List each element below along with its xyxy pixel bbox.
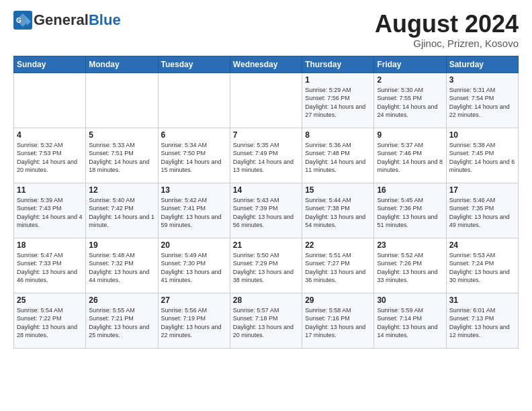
day-number: 13 <box>161 185 227 195</box>
day-number: 29 <box>305 295 371 305</box>
table-row: 24Sunrise: 5:53 AMSunset: 7:24 PMDayligh… <box>446 238 518 293</box>
day-info: Sunrise: 5:42 AMSunset: 7:41 PMDaylight:… <box>161 196 227 230</box>
table-row: 29Sunrise: 5:58 AMSunset: 7:16 PMDayligh… <box>302 293 374 348</box>
day-number: 20 <box>161 240 227 250</box>
day-info: Sunrise: 5:51 AMSunset: 7:27 PMDaylight:… <box>305 251 371 285</box>
day-info: Sunrise: 5:43 AMSunset: 7:39 PMDaylight:… <box>233 196 299 230</box>
day-number: 18 <box>17 240 83 250</box>
table-row: 12Sunrise: 5:40 AMSunset: 7:42 PMDayligh… <box>86 183 158 238</box>
day-number: 3 <box>449 75 515 85</box>
day-of-week-header: Tuesday <box>158 56 230 73</box>
day-info: Sunrise: 5:29 AMSunset: 7:56 PMDaylight:… <box>305 86 371 120</box>
day-info: Sunrise: 5:32 AMSunset: 7:53 PMDaylight:… <box>17 141 83 175</box>
day-number: 25 <box>17 295 83 305</box>
day-info: Sunrise: 5:33 AMSunset: 7:51 PMDaylight:… <box>89 141 154 175</box>
day-info: Sunrise: 5:46 AMSunset: 7:35 PMDaylight:… <box>449 196 515 230</box>
day-info: Sunrise: 5:53 AMSunset: 7:24 PMDaylight:… <box>449 251 515 285</box>
day-of-week-header: Sunday <box>14 56 86 73</box>
table-row: 7Sunrise: 5:35 AMSunset: 7:49 PMDaylight… <box>230 128 302 183</box>
table-row: 10Sunrise: 5:38 AMSunset: 7:45 PMDayligh… <box>446 128 518 183</box>
logo-general-text: General <box>34 11 89 28</box>
day-info: Sunrise: 5:55 AMSunset: 7:21 PMDaylight:… <box>89 306 154 340</box>
day-info: Sunrise: 5:59 AMSunset: 7:14 PMDaylight:… <box>377 306 443 340</box>
day-number: 28 <box>233 295 299 305</box>
header: G GeneralBlue August 2024 Gjinoc, Prizre… <box>13 11 519 49</box>
table-row: 25Sunrise: 5:54 AMSunset: 7:22 PMDayligh… <box>14 293 86 348</box>
calendar-table: SundayMondayTuesdayWednesdayThursdayFrid… <box>13 56 519 349</box>
table-row: 6Sunrise: 5:34 AMSunset: 7:50 PMDaylight… <box>158 128 230 183</box>
day-number: 11 <box>17 185 83 195</box>
day-number: 4 <box>17 130 83 140</box>
title-area: August 2024 Gjinoc, Prizren, Kosovo <box>375 11 519 49</box>
day-info: Sunrise: 5:34 AMSunset: 7:50 PMDaylight:… <box>161 141 227 175</box>
table-row: 21Sunrise: 5:50 AMSunset: 7:29 PMDayligh… <box>230 238 302 293</box>
table-row <box>14 73 86 128</box>
day-of-week-header: Thursday <box>302 56 374 73</box>
month-year: August 2024 <box>375 11 519 38</box>
day-info: Sunrise: 5:40 AMSunset: 7:42 PMDaylight:… <box>89 196 154 230</box>
table-row: 31Sunrise: 6:01 AMSunset: 7:13 PMDayligh… <box>446 293 518 348</box>
table-row: 26Sunrise: 5:55 AMSunset: 7:21 PMDayligh… <box>86 293 158 348</box>
day-info: Sunrise: 5:31 AMSunset: 7:54 PMDaylight:… <box>449 86 515 120</box>
day-info: Sunrise: 5:57 AMSunset: 7:18 PMDaylight:… <box>233 306 299 340</box>
day-number: 26 <box>89 295 154 305</box>
table-row: 15Sunrise: 5:44 AMSunset: 7:38 PMDayligh… <box>302 183 374 238</box>
table-row: 4Sunrise: 5:32 AMSunset: 7:53 PMDaylight… <box>14 128 86 183</box>
table-row: 13Sunrise: 5:42 AMSunset: 7:41 PMDayligh… <box>158 183 230 238</box>
table-row: 2Sunrise: 5:30 AMSunset: 7:55 PMDaylight… <box>374 73 446 128</box>
day-number: 6 <box>161 130 227 140</box>
logo: G GeneralBlue <box>13 11 121 30</box>
day-number: 7 <box>233 130 299 140</box>
day-number: 14 <box>233 185 299 195</box>
day-info: Sunrise: 5:35 AMSunset: 7:49 PMDaylight:… <box>233 141 299 175</box>
logo-blue-text: Blue <box>89 11 121 28</box>
table-row: 27Sunrise: 5:56 AMSunset: 7:19 PMDayligh… <box>158 293 230 348</box>
table-row: 23Sunrise: 5:52 AMSunset: 7:26 PMDayligh… <box>374 238 446 293</box>
day-number: 30 <box>377 295 443 305</box>
day-number: 24 <box>449 240 515 250</box>
table-row: 16Sunrise: 5:45 AMSunset: 7:36 PMDayligh… <box>374 183 446 238</box>
table-row: 17Sunrise: 5:46 AMSunset: 7:35 PMDayligh… <box>446 183 518 238</box>
table-row: 18Sunrise: 5:47 AMSunset: 7:33 PMDayligh… <box>14 238 86 293</box>
day-of-week-header: Wednesday <box>230 56 302 73</box>
table-row: 30Sunrise: 5:59 AMSunset: 7:14 PMDayligh… <box>374 293 446 348</box>
table-row <box>86 73 158 128</box>
table-row: 28Sunrise: 5:57 AMSunset: 7:18 PMDayligh… <box>230 293 302 348</box>
day-number: 22 <box>305 240 371 250</box>
day-number: 31 <box>449 295 515 305</box>
day-number: 5 <box>89 130 154 140</box>
day-number: 27 <box>161 295 227 305</box>
svg-text:G: G <box>16 17 21 24</box>
day-number: 10 <box>449 130 515 140</box>
day-info: Sunrise: 5:39 AMSunset: 7:43 PMDaylight:… <box>17 196 83 230</box>
day-number: 16 <box>377 185 443 195</box>
day-of-week-header: Saturday <box>446 56 518 73</box>
day-of-week-header: Friday <box>374 56 446 73</box>
table-row: 11Sunrise: 5:39 AMSunset: 7:43 PMDayligh… <box>14 183 86 238</box>
table-row <box>230 73 302 128</box>
table-row: 20Sunrise: 5:49 AMSunset: 7:30 PMDayligh… <box>158 238 230 293</box>
logo-icon: G <box>13 11 32 30</box>
day-info: Sunrise: 5:45 AMSunset: 7:36 PMDaylight:… <box>377 196 443 230</box>
day-info: Sunrise: 5:50 AMSunset: 7:29 PMDaylight:… <box>233 251 299 285</box>
table-row: 22Sunrise: 5:51 AMSunset: 7:27 PMDayligh… <box>302 238 374 293</box>
table-row: 8Sunrise: 5:36 AMSunset: 7:48 PMDaylight… <box>302 128 374 183</box>
day-info: Sunrise: 5:47 AMSunset: 7:33 PMDaylight:… <box>17 251 83 285</box>
table-row: 5Sunrise: 5:33 AMSunset: 7:51 PMDaylight… <box>86 128 158 183</box>
day-info: Sunrise: 5:38 AMSunset: 7:45 PMDaylight:… <box>449 141 515 175</box>
table-row: 1Sunrise: 5:29 AMSunset: 7:56 PMDaylight… <box>302 73 374 128</box>
day-info: Sunrise: 5:48 AMSunset: 7:32 PMDaylight:… <box>89 251 154 285</box>
day-info: Sunrise: 5:56 AMSunset: 7:19 PMDaylight:… <box>161 306 227 340</box>
table-row: 9Sunrise: 5:37 AMSunset: 7:46 PMDaylight… <box>374 128 446 183</box>
table-row <box>158 73 230 128</box>
day-number: 8 <box>305 130 371 140</box>
day-info: Sunrise: 5:30 AMSunset: 7:55 PMDaylight:… <box>377 86 443 120</box>
day-number: 19 <box>89 240 154 250</box>
day-of-week-header: Monday <box>86 56 158 73</box>
location: Gjinoc, Prizren, Kosovo <box>375 38 519 49</box>
day-number: 17 <box>449 185 515 195</box>
page: G GeneralBlue August 2024 Gjinoc, Prizre… <box>0 0 532 411</box>
day-number: 21 <box>233 240 299 250</box>
day-number: 23 <box>377 240 443 250</box>
table-row: 14Sunrise: 5:43 AMSunset: 7:39 PMDayligh… <box>230 183 302 238</box>
